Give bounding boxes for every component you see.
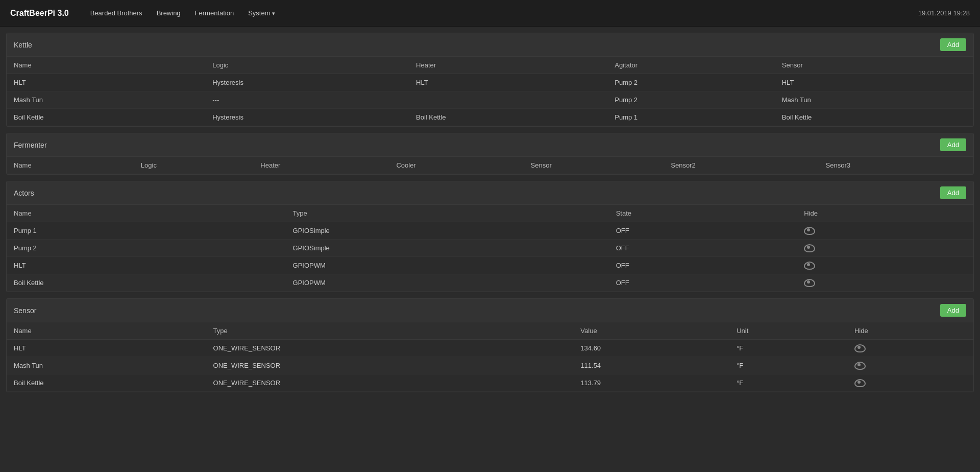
kettle-agitator: Pump 2 — [607, 91, 774, 109]
sensor-type: ONE_WIRE_SENSOR — [206, 340, 574, 357]
table-row: HLT Hysteresis HLT Pump 2 HLT — [7, 74, 973, 91]
nav-fermentation[interactable]: Fermentation — [189, 6, 240, 20]
nav-brewing[interactable]: Brewing — [151, 6, 187, 20]
sensor-add-button[interactable]: Add — [940, 304, 966, 317]
sensor-type: ONE_WIRE_SENSOR — [206, 374, 574, 392]
actors-table: Name Type State Hide Pump 1 GPIOSimple O… — [7, 205, 973, 292]
sensor-col-type: Type — [206, 322, 574, 340]
actors-col-type: Type — [286, 205, 609, 222]
kettle-col-heater: Heater — [409, 57, 607, 74]
table-row: Mash Tun --- Pump 2 Mash Tun — [7, 91, 973, 109]
datetime-display: 19.01.2019 19:28 — [918, 9, 970, 17]
sensor-hide[interactable] — [847, 340, 973, 357]
actor-type: GPIOPWM — [286, 257, 609, 274]
sensor-name: HLT — [7, 340, 206, 357]
kettle-heater: Boil Kettle — [409, 109, 607, 126]
kettle-header: Kettle Add — [7, 33, 973, 57]
sensor-value: 113.79 — [573, 374, 729, 392]
kettle-header-row: Name Logic Heater Agitator Sensor — [7, 57, 973, 74]
kettle-section: Kettle Add Name Logic Heater Agitator Se… — [6, 33, 974, 127]
sensor-header-row: Name Type Value Unit Hide — [7, 322, 973, 340]
kettle-logic: Hysteresis — [205, 109, 409, 126]
sensor-col-hide: Hide — [847, 322, 973, 340]
actor-state: OFF — [609, 274, 797, 292]
fermenter-col-sensor: Sensor — [524, 157, 664, 174]
actor-state: OFF — [609, 257, 797, 274]
actor-state: OFF — [609, 240, 797, 257]
fermenter-title: Fermenter — [14, 141, 47, 149]
kettle-logic: Hysteresis — [205, 74, 409, 91]
eye-icon[interactable] — [854, 344, 864, 350]
kettle-col-sensor: Sensor — [775, 57, 973, 74]
sensor-name: Mash Tun — [7, 357, 206, 374]
kettle-add-button[interactable]: Add — [940, 38, 966, 51]
table-row: Boil Kettle Hysteresis Boil Kettle Pump … — [7, 109, 973, 126]
actors-col-name: Name — [7, 205, 286, 222]
table-row: Mash Tun ONE_WIRE_SENSOR 111.54 °F — [7, 357, 973, 374]
actors-add-button[interactable]: Add — [940, 186, 966, 199]
kettle-sensor: Mash Tun — [775, 91, 973, 109]
fermenter-col-heater: Heater — [253, 157, 389, 174]
sensor-name: Boil Kettle — [7, 374, 206, 392]
actor-hide[interactable] — [797, 274, 973, 292]
sensor-header: Sensor Add — [7, 299, 973, 322]
actor-hide[interactable] — [797, 240, 973, 257]
fermenter-col-name: Name — [7, 157, 134, 174]
eye-icon[interactable] — [854, 362, 864, 368]
kettle-sensor: HLT — [775, 74, 973, 91]
table-row: HLT ONE_WIRE_SENSOR 134.60 °F — [7, 340, 973, 357]
eye-icon[interactable] — [804, 262, 813, 268]
sensor-hide[interactable] — [847, 357, 973, 374]
actor-hide[interactable] — [797, 222, 973, 240]
actors-header-row: Name Type State Hide — [7, 205, 973, 222]
kettle-logic: --- — [205, 91, 409, 109]
sensor-section: Sensor Add Name Type Value Unit Hide HLT… — [6, 298, 974, 392]
fermenter-col-sensor2: Sensor2 — [664, 157, 818, 174]
sensor-type: ONE_WIRE_SENSOR — [206, 357, 574, 374]
sensor-unit: °F — [729, 357, 847, 374]
sensor-col-value: Value — [573, 322, 729, 340]
actor-name: Pump 1 — [7, 222, 286, 240]
kettle-agitator: Pump 1 — [607, 109, 774, 126]
sensor-unit: °F — [729, 374, 847, 392]
sensor-hide[interactable] — [847, 374, 973, 392]
kettle-sensor: Boil Kettle — [775, 109, 973, 126]
fermenter-col-cooler: Cooler — [389, 157, 523, 174]
app-brand: CraftBeerPi 3.0 — [10, 9, 69, 18]
kettle-heater: HLT — [409, 74, 607, 91]
sensor-table: Name Type Value Unit Hide HLT ONE_WIRE_S… — [7, 322, 973, 392]
kettle-table: Name Logic Heater Agitator Sensor HLT Hy… — [7, 57, 973, 126]
eye-icon[interactable] — [804, 279, 813, 285]
fermenter-col-logic: Logic — [134, 157, 254, 174]
kettle-col-name: Name — [7, 57, 205, 74]
sensor-value: 111.54 — [573, 357, 729, 374]
actor-name: Boil Kettle — [7, 274, 286, 292]
eye-icon[interactable] — [804, 227, 813, 233]
nav-bearded-brothers[interactable]: Bearded Brothers — [84, 6, 149, 20]
sensor-value: 134.60 — [573, 340, 729, 357]
actor-name: HLT — [7, 257, 286, 274]
main-content: Kettle Add Name Logic Heater Agitator Se… — [0, 27, 980, 398]
table-row: Pump 2 GPIOSimple OFF — [7, 240, 973, 257]
table-row: HLT GPIOPWM OFF — [7, 257, 973, 274]
fermenter-add-button[interactable]: Add — [940, 138, 966, 151]
kettle-agitator: Pump 2 — [607, 74, 774, 91]
table-row: Boil Kettle ONE_WIRE_SENSOR 113.79 °F — [7, 374, 973, 392]
kettle-name: HLT — [7, 74, 205, 91]
fermenter-header-row: Name Logic Heater Cooler Sensor Sensor2 … — [7, 157, 973, 174]
actor-hide[interactable] — [797, 257, 973, 274]
actors-col-state: State — [609, 205, 797, 222]
eye-icon[interactable] — [804, 244, 813, 250]
sensor-unit: °F — [729, 340, 847, 357]
nav-system[interactable]: System — [242, 6, 281, 20]
fermenter-header: Fermenter Add — [7, 133, 973, 157]
eye-icon[interactable] — [854, 379, 864, 385]
navbar: CraftBeerPi 3.0 Bearded Brothers Brewing… — [0, 0, 980, 27]
table-row: Pump 1 GPIOSimple OFF — [7, 222, 973, 240]
kettle-col-logic: Logic — [205, 57, 409, 74]
sensor-col-unit: Unit — [729, 322, 847, 340]
kettle-col-agitator: Agitator — [607, 57, 774, 74]
actors-section: Actors Add Name Type State Hide Pump 1 G… — [6, 181, 974, 292]
kettle-heater — [409, 91, 607, 109]
nav-links: Bearded Brothers Brewing Fermentation Sy… — [84, 6, 918, 20]
